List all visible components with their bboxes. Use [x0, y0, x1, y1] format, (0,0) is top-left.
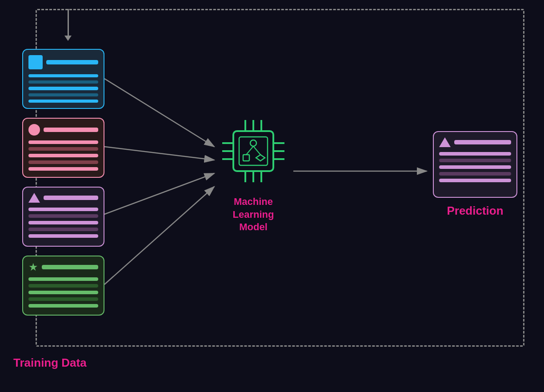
- svg-point-15: [250, 140, 256, 146]
- arrow-card1-to-ml: [104, 79, 214, 147]
- card-3-line3: [28, 221, 98, 224]
- card-2-line4: [28, 160, 98, 164]
- card-1-line3: [28, 87, 98, 90]
- card-4-line4: [28, 297, 98, 301]
- prediction-card: [433, 131, 517, 198]
- card-2-line5: [28, 167, 98, 171]
- prediction-card-top-row: [439, 137, 511, 147]
- svg-line-18: [246, 146, 253, 155]
- ml-model-container: Machine Learning Model: [213, 111, 293, 234]
- prediction-label: Prediction: [447, 204, 503, 218]
- card-3-line2: [28, 214, 98, 218]
- card-4-title-line: [42, 265, 98, 269]
- data-card-1: [22, 49, 104, 109]
- ml-model-label: Machine Learning Model: [233, 196, 274, 234]
- card-3-line5: [28, 234, 98, 238]
- prediction-card-line4: [439, 172, 511, 176]
- top-arrow: [64, 9, 72, 41]
- card-4-line2: [28, 284, 98, 288]
- card-1-line5: [28, 100, 98, 103]
- prediction-card-icon: [439, 137, 451, 147]
- diagram-container: ★: [0, 0, 544, 392]
- card-1-line1: [28, 74, 98, 77]
- data-card-3: [22, 187, 104, 247]
- card-4-line3: [28, 291, 98, 294]
- arrow-card4-to-ml: [104, 187, 214, 284]
- data-cards-group: ★: [22, 49, 104, 316]
- card-1-line2: [28, 80, 98, 84]
- card-4-line5: [28, 304, 98, 308]
- svg-marker-17: [256, 155, 265, 161]
- prediction-card-line1: [439, 152, 511, 156]
- chip-icon: [213, 111, 293, 191]
- arrow-card2-to-ml: [104, 147, 214, 160]
- card-1-icon: [28, 55, 43, 69]
- card-2-line2: [28, 147, 98, 151]
- prediction-card-title-line: [454, 140, 511, 144]
- card-2-line3: [28, 154, 98, 157]
- card-3-icon: [28, 193, 40, 203]
- card-3-title-line: [44, 196, 98, 200]
- card-2-top-row: [28, 124, 98, 136]
- prediction-container: Prediction: [433, 131, 517, 218]
- card-4-line1: [28, 277, 98, 281]
- prediction-card-line3: [439, 165, 511, 169]
- svg-rect-16: [243, 155, 249, 161]
- card-4-icon: ★: [28, 262, 38, 272]
- arrow-card3-to-ml: [104, 173, 214, 214]
- card-2-line1: [28, 140, 98, 144]
- card-1-title-line: [46, 60, 98, 64]
- card-3-line4: [28, 228, 98, 231]
- data-card-4: ★: [22, 256, 104, 316]
- card-4-top-row: ★: [28, 262, 98, 272]
- card-2-icon: [28, 124, 40, 136]
- training-data-label: Training Data: [13, 356, 87, 370]
- card-1-top-row: [28, 55, 98, 69]
- arrow-line: [68, 9, 69, 36]
- arrow-head: [64, 36, 72, 41]
- card-3-line1: [28, 208, 98, 211]
- card-3-top-row: [28, 193, 98, 203]
- card-1-line4: [28, 93, 98, 96]
- data-card-2: [22, 118, 104, 178]
- svg-line-19: [253, 146, 260, 155]
- prediction-card-line2: [439, 159, 511, 162]
- prediction-card-line5: [439, 179, 511, 182]
- card-2-title-line: [44, 128, 98, 132]
